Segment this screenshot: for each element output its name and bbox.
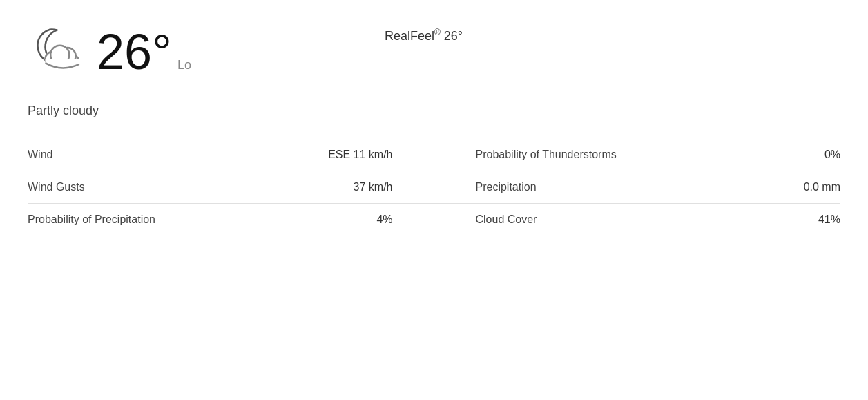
table-row: Precipitation 0.0 mm	[434, 171, 841, 204]
realfeel-text: RealFeel® 26°	[385, 29, 463, 43]
data-value: 0%	[824, 149, 840, 161]
data-label: Wind	[28, 149, 52, 161]
data-label: Cloud Cover	[476, 213, 537, 226]
data-label: Precipitation	[476, 181, 537, 193]
condition-text: Partly cloudy	[28, 104, 840, 118]
realfeel-block: RealFeel® 26°	[385, 21, 463, 44]
top-section: 26° Lo RealFeel® 26°	[28, 21, 840, 83]
data-label: Probability of Precipitation	[28, 213, 155, 226]
data-grid: Wind ESE 11 km/h Wind Gusts 37 km/h Prob…	[28, 139, 840, 236]
weather-icon-temp: 26° Lo	[28, 21, 191, 83]
data-value: ESE 11 km/h	[328, 149, 392, 161]
data-value: 0.0 mm	[804, 181, 840, 193]
data-column-right: Probability of Thunderstorms 0% Precipit…	[434, 139, 841, 236]
table-row: Probability of Thunderstorms 0%	[434, 139, 841, 171]
data-label: Wind Gusts	[28, 181, 85, 193]
data-value: 4%	[376, 213, 392, 226]
weather-icon	[28, 21, 90, 83]
data-value: 41%	[818, 213, 840, 226]
temp-block: 26° Lo	[97, 27, 191, 77]
table-row: Probability of Precipitation 4%	[28, 204, 434, 236]
data-column-left: Wind ESE 11 km/h Wind Gusts 37 km/h Prob…	[28, 139, 434, 236]
temperature: 26°	[97, 27, 172, 77]
table-row: Cloud Cover 41%	[434, 204, 841, 236]
temp-label: Lo	[177, 58, 191, 73]
data-value: 37 km/h	[354, 181, 393, 193]
data-label: Probability of Thunderstorms	[476, 149, 617, 161]
table-row: Wind Gusts 37 km/h	[28, 171, 434, 204]
table-row: Wind ESE 11 km/h	[28, 139, 434, 171]
